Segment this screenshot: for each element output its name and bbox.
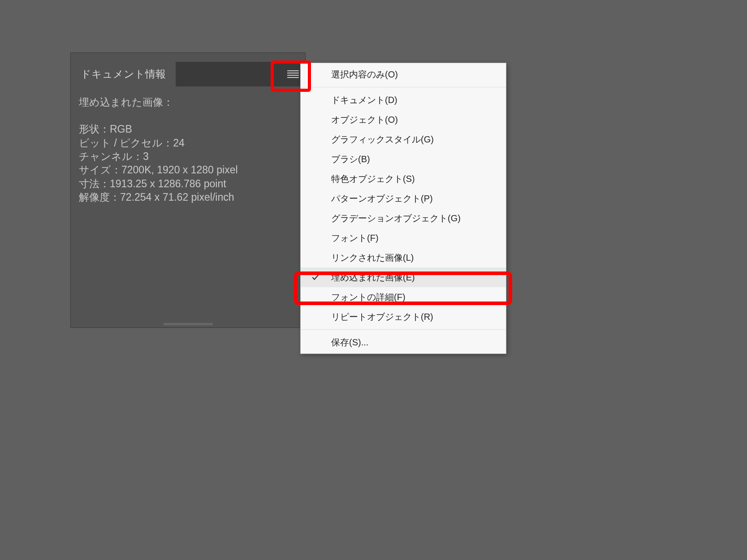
content-line-dimensions: 寸法：1913.25 x 1286.786 point [79,177,297,190]
menu-item-gradient-object[interactable]: グラデーションオブジェクト(G) [301,208,506,228]
menu-item-label: ドキュメント(D) [331,94,397,106]
content-line-bits: ビット / ピクセル：24 [79,136,297,150]
menu-item-label: リンクされた画像(L) [331,252,414,264]
content-line-size: サイズ：7200K, 1920 x 1280 pixel [79,163,297,177]
document-info-panel: ドキュメント情報 埋め込まれた画像： 形状：RGB ビット / ピクセル：24 … [70,52,306,328]
panel-tab-document-info[interactable]: ドキュメント情報 [71,62,176,86]
menu-item-document[interactable]: ドキュメント(D) [301,90,506,110]
hamburger-icon [287,70,299,78]
menu-item-selection-only[interactable]: 選択内容のみ(O) [301,65,506,84]
content-line-channels: チャンネル：3 [79,150,297,163]
menu-item-embedded-images[interactable]: 埋め込まれた画像(E) [301,267,506,287]
menu-item-label: ブラシ(B) [331,153,370,165]
menu-item-repeat-object[interactable]: リピートオブジェクト(R) [301,307,506,327]
panel-content: 埋め込まれた画像： 形状：RGB ビット / ピクセル：24 チャンネル：3 サ… [79,95,297,204]
panel-tab-label: ドキュメント情報 [81,67,166,81]
menu-item-label: 保存(S)... [331,336,368,349]
menu-item-label: フォントの詳細(F) [331,291,406,303]
panel-resize-grip[interactable] [164,323,213,325]
menu-item-font[interactable]: フォント(F) [301,228,506,248]
menu-item-brush[interactable]: ブラシ(B) [301,149,506,169]
menu-item-label: 特色オブジェクト(S) [331,173,415,185]
menu-item-label: 選択内容のみ(O) [331,69,398,81]
menu-item-pattern-object[interactable]: パターンオブジェクト(P) [301,189,506,208]
panel-tabs: ドキュメント情報 [71,62,305,86]
menu-item-label: パターンオブジェクト(P) [331,193,433,205]
menu-item-font-detail[interactable]: フォントの詳細(F) [301,287,506,307]
menu-item-label: 埋め込まれた画像(E) [331,271,415,284]
menu-item-save[interactable]: 保存(S)... [301,332,506,352]
menu-item-label: グラデーションオブジェクト(G) [331,212,461,224]
panel-flyout-menu: 選択内容のみ(O) ドキュメント(D) オブジェクト(O) グラフィックスタイル… [300,63,506,354]
content-line-resolution: 解像度：72.254 x 71.62 pixel/inch [79,190,297,204]
menu-item-label: オブジェクト(O) [331,114,398,126]
content-line-shape: 形状：RGB [79,122,297,136]
menu-item-label: フォント(F) [331,232,379,244]
menu-item-object[interactable]: オブジェクト(O) [301,110,506,129]
menu-item-label: グラフィックスタイル(G) [331,134,434,146]
menu-separator [301,87,506,87]
content-header: 埋め込まれた画像： [79,95,297,109]
check-icon [311,273,320,281]
panel-titlebar [71,53,305,60]
menu-item-spot-color-object[interactable]: 特色オブジェクト(S) [301,169,506,189]
menu-separator [301,329,506,330]
menu-item-linked-images[interactable]: リンクされた画像(L) [301,248,506,267]
menu-item-label: リピートオブジェクト(R) [331,311,433,323]
menu-item-graphic-style[interactable]: グラフィックスタイル(G) [301,129,506,149]
